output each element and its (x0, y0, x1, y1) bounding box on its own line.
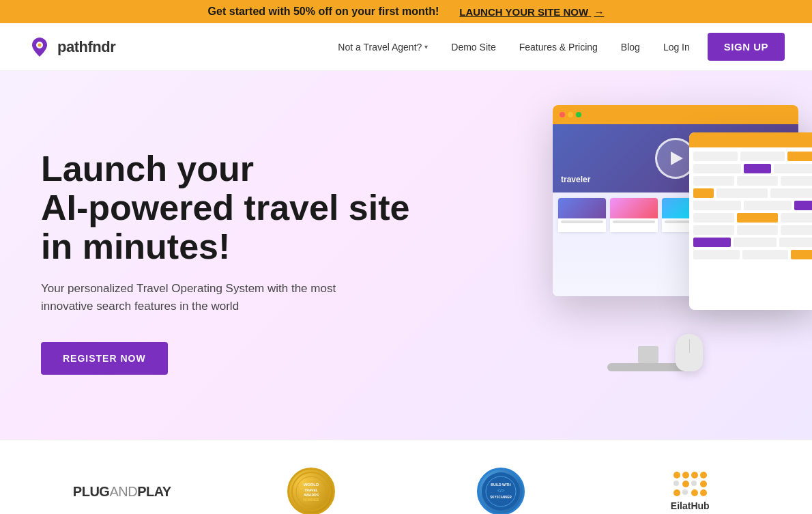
eilathub-logo: EilatHub (671, 468, 710, 514)
panel-rows (689, 147, 812, 266)
partner-world-travel: WORLD TRAVEL AWARDS NOMINEE Nominee for … (231, 468, 393, 514)
panel-header-bar (689, 132, 812, 147)
world-travel-badge: WORLD TRAVEL AWARDS NOMINEE (287, 468, 335, 514)
monitor-top-bar (553, 105, 798, 124)
banner-cta-link[interactable]: LAUNCH YOUR SITE NOW → (459, 6, 604, 18)
hero-register-button[interactable]: REGISTER NOW (41, 342, 168, 375)
partner-plugandplay: PLUGANDPLAY Selected for PP Silicon Vall… (41, 468, 203, 514)
nav-item-blog[interactable]: Blog (611, 36, 650, 58)
skyscanner-logo: BUILD WITH </> SKYSCANNER (477, 468, 525, 514)
svg-text:BUILD WITH: BUILD WITH (491, 483, 511, 487)
monitor-card (558, 198, 606, 232)
plugandplay-logo: PLUGANDPLAY (73, 468, 171, 514)
svg-text:SKYSCANNER: SKYSCANNER (490, 496, 512, 499)
svg-point-2 (38, 43, 42, 46)
eilathub-name: EilatHub (671, 500, 710, 511)
nav-item-features-pricing[interactable]: Features & Pricing (510, 36, 607, 58)
panel-row (693, 164, 812, 173)
logo[interactable]: pathfndr (27, 35, 115, 59)
hero-title: Launch your AI-powered travel site in mi… (41, 149, 423, 267)
hero-visual: traveler (471, 91, 812, 378)
world-travel-logo: WORLD TRAVEL AWARDS NOMINEE (287, 468, 335, 514)
monitor-stand (580, 346, 716, 371)
panel-row (693, 176, 812, 186)
monitor-card (610, 198, 658, 232)
panel-row (693, 201, 812, 210)
eilathub-dots (673, 472, 707, 496)
banner-text: Get started with 50% off on your first m… (208, 5, 439, 18)
dot-red (560, 112, 565, 117)
hero-subtitle: Your personalized Travel Operating Syste… (41, 280, 355, 315)
dot-green (576, 112, 581, 117)
dot-yellow (568, 112, 573, 117)
nav-links: Not a Travel Agent? ▾ Demo Site Features… (328, 36, 699, 58)
panel-row (693, 238, 812, 247)
logo-text: pathfndr (57, 38, 115, 56)
partner-skyscanner: BUILD WITH </> SKYSCANNER Selected by Sk… (420, 468, 582, 514)
logo-icon (27, 35, 52, 59)
skyscanner-badge: BUILD WITH </> SKYSCANNER (477, 468, 525, 514)
panel-row (693, 225, 812, 235)
svg-text:WORLD: WORLD (304, 483, 319, 487)
panel-row (693, 188, 812, 198)
side-panel (689, 132, 812, 310)
partner-eilathub: EilatHub Runner-up at Israel's Eilat Hub… (609, 468, 772, 514)
stand-mouse (676, 334, 703, 371)
hero-content: Launch your AI-powered travel site in mi… (41, 149, 423, 375)
mouse-line (689, 339, 690, 353)
top-banner: Get started with 50% off on your first m… (0, 0, 812, 23)
panel-row (693, 213, 812, 223)
screen-mockup: traveler (471, 91, 812, 378)
nav-item-demo-site[interactable]: Demo Site (441, 36, 505, 58)
svg-text:TRAVEL: TRAVEL (304, 488, 318, 492)
monitor-hero-text: traveler (561, 175, 590, 184)
nav-login-button[interactable]: Log In (654, 36, 699, 58)
partners-section: PLUGANDPLAY Selected for PP Silicon Vall… (0, 440, 812, 514)
nav-signup-button[interactable]: SIGN UP (708, 33, 785, 61)
nav-header: pathfndr Not a Travel Agent? ▾ Demo Site… (0, 23, 812, 71)
panel-row (693, 250, 812, 259)
nav-item-not-travel-agent[interactable]: Not a Travel Agent? ▾ (328, 36, 437, 58)
chevron-down-icon: ▾ (424, 43, 428, 51)
svg-text:</>: </> (497, 488, 504, 493)
svg-text:AWARDS: AWARDS (304, 493, 319, 497)
panel-row (693, 152, 812, 161)
banner-arrow-icon: → (594, 6, 604, 18)
svg-text:NOMINEE: NOMINEE (304, 498, 320, 502)
hero-section: Launch your AI-powered travel site in mi… (0, 71, 812, 440)
play-icon (671, 152, 683, 165)
stand-neck (638, 346, 658, 363)
